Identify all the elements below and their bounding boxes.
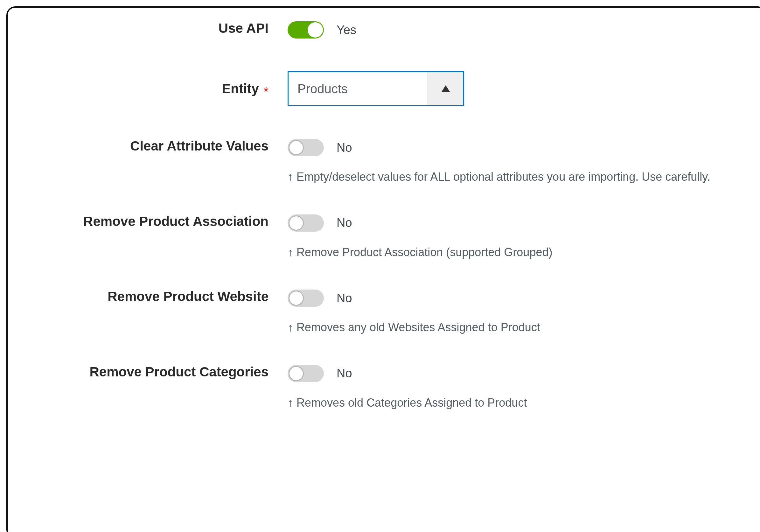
use-api-label: Use API <box>218 21 268 36</box>
clear-attr-toggle[interactable] <box>288 139 324 156</box>
rm-cats-value: No <box>337 366 352 380</box>
required-indicator: * <box>263 85 268 99</box>
entity-select[interactable]: Products <box>288 71 464 106</box>
entity-select-value: Products <box>289 72 428 105</box>
rm-website-value: No <box>337 291 352 305</box>
entity-label: Entity <box>222 81 259 96</box>
rm-assoc-hint: ↑ Remove Product Association (supported … <box>288 245 717 260</box>
rm-assoc-value: No <box>337 216 352 230</box>
settings-form: Use API Yes Entity * Products <box>6 6 760 532</box>
use-api-toggle[interactable] <box>288 21 324 38</box>
rm-assoc-label: Remove Product Association <box>83 214 268 229</box>
toggle-knob <box>289 140 304 155</box>
toggle-knob <box>289 216 304 231</box>
rm-cats-hint: ↑ Removes old Categories Assigned to Pro… <box>288 395 717 411</box>
rm-website-label: Remove Product Website <box>108 289 268 304</box>
toggle-knob <box>289 366 304 381</box>
clear-attr-value: No <box>337 141 352 155</box>
toggle-knob <box>289 291 304 306</box>
field-remove-product-association: Remove Product Association No ↑ Remove P… <box>24 214 749 260</box>
field-clear-attribute-values: Clear Attribute Values No ↑ Empty/desele… <box>24 138 749 185</box>
rm-website-hint: ↑ Removes any old Websites Assigned to P… <box>288 320 717 335</box>
field-use-api: Use API Yes <box>24 21 749 39</box>
rm-cats-label: Remove Product Categories <box>90 364 269 379</box>
clear-attr-hint: ↑ Empty/deselect values for ALL optional… <box>288 169 717 185</box>
rm-assoc-toggle[interactable] <box>288 215 324 232</box>
field-entity: Entity * Products <box>24 71 749 106</box>
toggle-knob <box>308 22 323 37</box>
field-remove-product-categories: Remove Product Categories No ↑ Removes o… <box>24 364 749 411</box>
entity-select-trigger[interactable] <box>428 72 463 105</box>
rm-cats-toggle[interactable] <box>288 365 324 382</box>
rm-website-toggle[interactable] <box>288 290 324 307</box>
use-api-value: Yes <box>337 23 356 37</box>
chevron-up-icon <box>441 85 450 92</box>
field-remove-product-website: Remove Product Website No ↑ Removes any … <box>24 289 749 335</box>
clear-attr-label: Clear Attribute Values <box>130 138 268 153</box>
